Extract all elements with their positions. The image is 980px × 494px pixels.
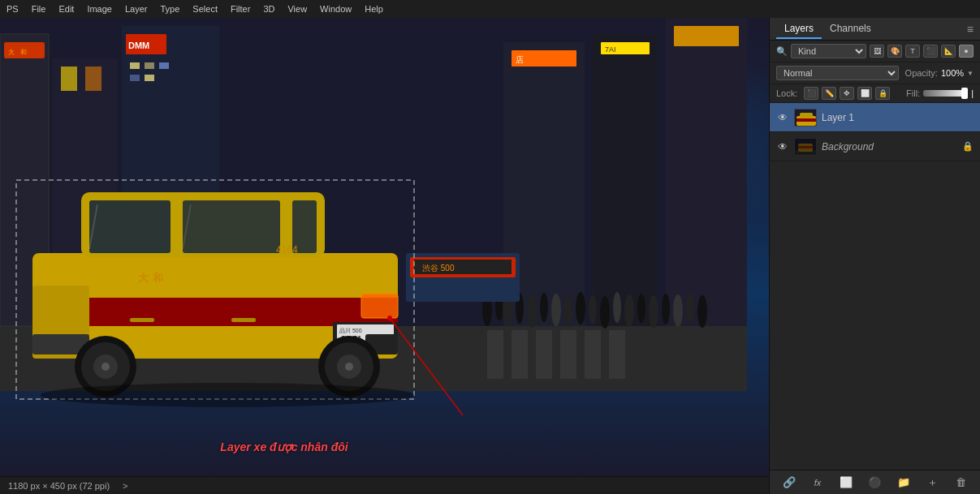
menu-edit[interactable]: Edit [58, 4, 74, 14]
new-group-button[interactable]: 📁 [895, 474, 913, 492]
svg-point-88 [387, 316, 392, 320]
menu-image[interactable]: Image [87, 4, 112, 14]
lock-transparent-btn[interactable]: ⬛ [804, 87, 818, 100]
svg-point-49 [686, 293, 694, 322]
layers-list: 👁 Layer 1 👁 [770, 103, 980, 470]
status-arrow[interactable]: > [123, 481, 127, 491]
svg-point-44 [624, 294, 634, 327]
lock-position-btn[interactable]: ✥ [840, 87, 854, 100]
kind-icon-shape[interactable]: ⬛ [923, 45, 938, 58]
svg-rect-4 [536, 330, 552, 379]
menu-layer[interactable]: Layer [125, 4, 148, 14]
svg-point-40 [576, 292, 585, 324]
tab-channels[interactable]: Channels [822, 19, 879, 39]
taxi-scene: 大 和 DMM [0, 18, 769, 476]
status-bar: 1180 px × 450 px (72 ppi) > [0, 476, 769, 494]
svg-rect-30 [666, 18, 747, 326]
svg-text:DMM: DMM [128, 41, 149, 50]
blend-opacity-row: Normal Multiply Screen Opacity: 100% ▼ [770, 62, 980, 84]
layers-panel-menu-icon[interactable]: ≡ [967, 23, 974, 36]
opacity-row: Opacity: 100% ▼ [905, 68, 974, 78]
kind-icon-smart[interactable]: 📐 [941, 45, 956, 58]
menu-file[interactable]: File [32, 4, 46, 14]
fx-button[interactable]: fx [809, 474, 827, 492]
svg-rect-66 [130, 318, 154, 322]
svg-text:4164: 4164 [276, 244, 298, 256]
kind-select[interactable]: Kind [791, 44, 866, 58]
kind-filter-row: 🔍 Kind 🖼 🎨 T ⬛ 📐 ● [770, 41, 980, 62]
layer-name-layer1: Layer 1 [822, 112, 974, 123]
main-area: 大 和 DMM [0, 18, 980, 494]
svg-text:渋谷 500: 渋谷 500 [422, 264, 455, 273]
svg-rect-2 [487, 330, 503, 379]
tab-layers[interactable]: Layers [776, 19, 822, 39]
opacity-value[interactable]: 100% [941, 68, 964, 78]
fill-value: | [971, 88, 974, 98]
layer-eye-background[interactable]: 👁 [776, 140, 789, 153]
menu-view[interactable]: View [287, 4, 307, 14]
lock-all-btn[interactable]: 🔒 [875, 87, 890, 100]
new-layer-button[interactable]: ＋ [923, 474, 941, 492]
kind-icon-circle[interactable]: ● [959, 45, 974, 58]
svg-point-48 [673, 294, 683, 327]
kind-icon-image[interactable]: 🖼 [870, 45, 884, 58]
lock-row: Lock: ⬛ ✏️ ✥ ⬜ 🔒 Fill: | [770, 84, 980, 103]
layer-thumb-svg-background [795, 139, 817, 156]
annotation-text: Layer xe được nhân đôi [220, 440, 348, 453]
menu-3d[interactable]: 3D [263, 4, 274, 14]
svg-point-43 [613, 292, 621, 323]
svg-rect-3 [512, 330, 528, 379]
layer-thumbnail-background [794, 138, 817, 156]
svg-point-46 [649, 295, 658, 328]
svg-rect-20 [145, 62, 154, 69]
layer-thumb-svg-layer1 [795, 110, 817, 127]
svg-rect-97 [798, 146, 813, 148]
svg-rect-27 [593, 34, 658, 326]
menu-window[interactable]: Window [320, 4, 352, 14]
menu-filter[interactable]: Filter [231, 4, 250, 14]
kind-icon-adjust[interactable]: 🎨 [887, 45, 902, 58]
layer-item-layer1[interactable]: 👁 Layer 1 [770, 103, 980, 132]
kind-icon-text[interactable]: T [905, 45, 920, 58]
svg-point-36 [527, 295, 537, 328]
svg-text:店: 店 [516, 55, 524, 64]
add-mask-button[interactable]: ⬜ [837, 474, 855, 492]
svg-rect-23 [145, 75, 154, 81]
svg-text:和: 和 [20, 49, 27, 56]
svg-rect-19 [130, 62, 140, 69]
layer-eye-layer1[interactable]: 👁 [776, 111, 789, 124]
lock-artboard-btn[interactable]: ⬜ [857, 87, 872, 100]
layers-panel-header: Layers Channels ≡ [770, 18, 980, 41]
blend-mode-select[interactable]: Normal Multiply Screen [776, 66, 899, 80]
new-fill-adjustment-button[interactable]: ⚫ [866, 474, 883, 492]
lock-label: Lock: [776, 88, 797, 98]
menu-help[interactable]: Help [365, 4, 383, 14]
layer-item-background[interactable]: 👁 Background 🔒 [770, 132, 980, 161]
svg-point-39 [564, 296, 572, 327]
delete-layer-button[interactable]: 🗑 [952, 474, 969, 492]
layer-name-background: Background [822, 141, 957, 152]
svg-rect-93 [800, 113, 813, 118]
svg-point-41 [589, 295, 597, 324]
menu-select[interactable]: Select [192, 4, 218, 14]
fill-slider[interactable] [923, 90, 968, 97]
svg-rect-22 [130, 75, 140, 81]
svg-point-38 [551, 294, 561, 326]
link-layers-button[interactable]: 🔗 [780, 474, 798, 492]
layers-tabs: Layers Channels [776, 19, 879, 39]
kind-search-icon: 🔍 [776, 46, 788, 57]
opacity-arrow: ▼ [967, 70, 974, 77]
svg-rect-31 [674, 26, 739, 46]
svg-rect-89 [349, 391, 560, 415]
layers-bottom-toolbar: 🔗 fx ⬜ ⚫ 📁 ＋ 🗑 [770, 470, 980, 494]
lock-paint-btn[interactable]: ✏️ [822, 87, 836, 100]
opacity-label: Opacity: [905, 68, 938, 78]
svg-rect-69 [361, 294, 398, 318]
svg-point-42 [600, 296, 610, 329]
menu-ps[interactable]: PS [6, 4, 19, 14]
svg-rect-60 [183, 200, 280, 253]
svg-rect-92 [797, 118, 816, 122]
svg-point-37 [540, 293, 548, 322]
svg-rect-5 [560, 330, 576, 379]
menu-type[interactable]: Type [161, 4, 180, 14]
